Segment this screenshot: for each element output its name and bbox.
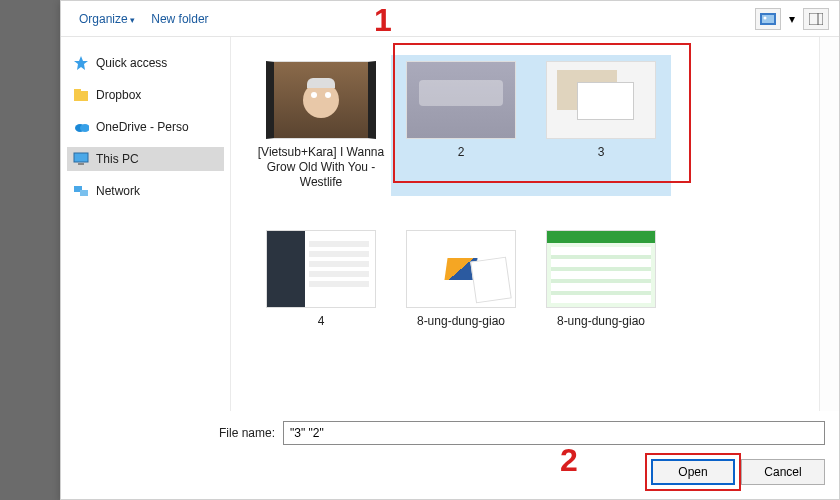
file-item-2[interactable]: 2 (391, 55, 531, 196)
file-list-pane[interactable]: [Vietsub+Kara] I Wanna Grow Old With You… (231, 37, 839, 437)
svg-marker-5 (74, 56, 88, 70)
nav-onedrive[interactable]: OneDrive - Perso (67, 115, 224, 139)
file-label: 2 (397, 145, 525, 160)
file-item-video[interactable]: [Vietsub+Kara] I Wanna Grow Old With You… (251, 55, 391, 196)
filename-input[interactable] (283, 421, 825, 445)
file-item-3[interactable]: 3 (531, 55, 671, 196)
svg-rect-10 (74, 153, 88, 162)
file-label: 8-ung-dung-giao (397, 314, 525, 329)
svg-point-2 (764, 16, 767, 19)
new-folder-button[interactable]: New folder (143, 8, 216, 30)
file-open-dialog: Organize New folder ▾ Quick access Dropb… (60, 0, 840, 500)
preview-strip (819, 37, 839, 435)
pane-icon (809, 13, 823, 25)
preview-pane-button[interactable] (803, 8, 829, 30)
view-mode-dropdown[interactable]: ▾ (785, 8, 799, 30)
dialog-toolbar: Organize New folder ▾ (61, 1, 839, 37)
nav-label: This PC (96, 152, 139, 166)
image-thumbnail (546, 230, 656, 308)
filename-label: File name: (75, 426, 275, 440)
nav-label: OneDrive - Perso (96, 120, 189, 134)
svg-rect-13 (80, 190, 88, 196)
svg-rect-7 (74, 89, 81, 93)
thispc-icon (73, 151, 89, 167)
image-thumbnail (406, 230, 516, 308)
dropbox-icon (73, 87, 89, 103)
file-item-5[interactable]: 8-ung-dung-giao (391, 224, 531, 335)
cancel-button[interactable]: Cancel (741, 459, 825, 485)
image-thumbnail (406, 61, 516, 139)
image-thumbnail (266, 230, 376, 308)
file-item-6[interactable]: 8-ung-dung-giao (531, 224, 671, 335)
view-mode-button[interactable] (755, 8, 781, 30)
video-thumbnail (266, 61, 376, 139)
svg-rect-3 (809, 13, 823, 25)
navigation-pane: Quick access Dropbox OneDrive - Perso Th… (61, 37, 231, 437)
svg-rect-11 (78, 163, 84, 165)
dialog-bottom-bar: File name: Open Cancel (61, 411, 839, 499)
nav-quick-access[interactable]: Quick access (67, 51, 224, 75)
onedrive-icon (73, 119, 89, 135)
star-icon (73, 55, 89, 71)
organize-dropdown[interactable]: Organize (71, 8, 143, 30)
nav-dropbox[interactable]: Dropbox (67, 83, 224, 107)
nav-label: Quick access (96, 56, 167, 70)
nav-network[interactable]: Network (67, 179, 224, 203)
file-item-4[interactable]: 4 (251, 224, 391, 335)
nav-label: Dropbox (96, 88, 141, 102)
network-icon (73, 183, 89, 199)
annotation-callout-1: 1 (374, 2, 392, 39)
dialog-body: Quick access Dropbox OneDrive - Perso Th… (61, 37, 839, 437)
file-label: 8-ung-dung-giao (537, 314, 665, 329)
file-label: 3 (537, 145, 665, 160)
annotation-callout-2: 2 (560, 442, 578, 479)
picture-icon (760, 13, 776, 25)
file-label: [Vietsub+Kara] I Wanna Grow Old With You… (257, 145, 385, 190)
annotation-box-2: Open (651, 459, 735, 485)
nav-label: Network (96, 184, 140, 198)
file-label: 4 (257, 314, 385, 329)
nav-this-pc[interactable]: This PC (67, 147, 224, 171)
open-button[interactable]: Open (651, 459, 735, 485)
svg-rect-1 (762, 15, 774, 23)
image-thumbnail (546, 61, 656, 139)
